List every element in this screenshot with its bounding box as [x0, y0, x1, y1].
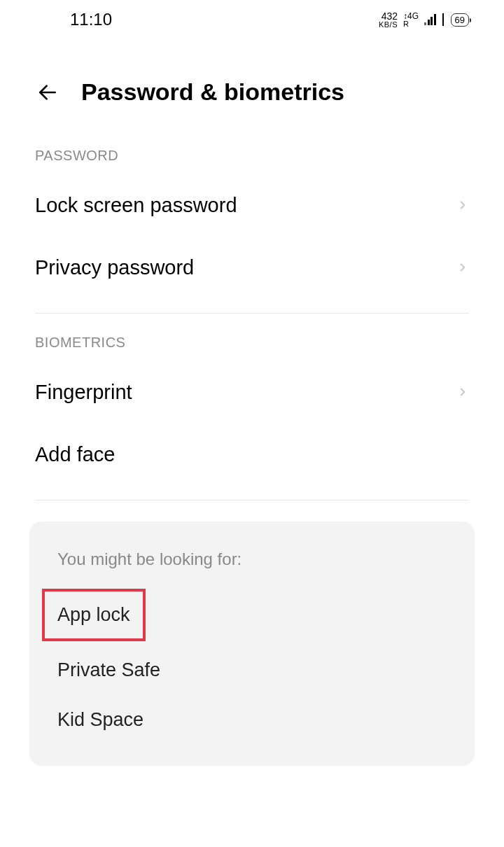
chevron-right-icon	[456, 196, 469, 216]
suggestion-kid-space[interactable]: Kid Space	[57, 695, 447, 745]
arrow-left-icon	[36, 81, 59, 104]
list-item-label: Lock screen password	[35, 194, 237, 217]
add-face-item[interactable]: Add face	[0, 424, 504, 486]
status-indicators: 432 KB/S ↕4G R 69	[379, 11, 469, 29]
signal-divider-icon	[442, 13, 444, 26]
list-item-label: Fingerprint	[35, 381, 132, 404]
page-header: Password & biometrics	[0, 36, 504, 127]
suggestions-card: You might be looking for: App lock Priva…	[29, 522, 475, 766]
network-indicator: ↕4G R	[403, 12, 419, 28]
page-title: Password & biometrics	[81, 78, 344, 106]
biometrics-section-header: BIOMETRICS	[0, 314, 504, 361]
fingerprint-item[interactable]: Fingerprint	[0, 361, 504, 424]
list-item-label: Privacy password	[35, 256, 194, 279]
lock-screen-password-item[interactable]: Lock screen password	[0, 174, 504, 237]
section-divider	[35, 500, 469, 500]
chevron-right-icon	[456, 258, 469, 278]
list-item-label: Add face	[35, 443, 115, 466]
suggestion-app-lock[interactable]: App lock	[57, 604, 130, 625]
status-bar: 11:10 432 KB/S ↕4G R 69	[0, 0, 504, 36]
privacy-password-item[interactable]: Privacy password	[0, 237, 504, 299]
suggestions-title: You might be looking for:	[57, 550, 447, 569]
back-button[interactable]	[35, 80, 60, 105]
status-time: 11:10	[70, 10, 112, 29]
chevron-right-icon	[456, 383, 469, 402]
app-lock-highlight: App lock	[42, 589, 146, 641]
data-speed-indicator: 432 KB/S	[379, 11, 398, 29]
signal-bars-icon	[424, 14, 436, 25]
suggestion-private-safe[interactable]: Private Safe	[57, 645, 447, 695]
battery-indicator: 69	[451, 13, 469, 27]
password-section-header: PASSWORD	[0, 127, 504, 174]
